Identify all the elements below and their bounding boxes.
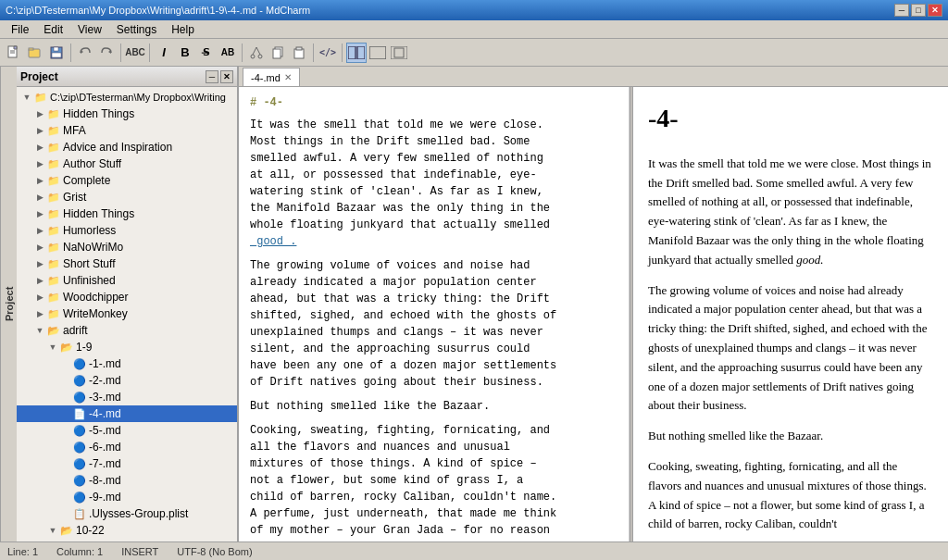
spacer [59, 507, 72, 520]
save-file-button[interactable] [46, 43, 67, 63]
tree-item-hidden-things[interactable]: ▶ 📁 Hidden Things [17, 106, 237, 122]
tree-item-f1[interactable]: 🔵 -1-.md [17, 355, 237, 372]
spacer [59, 391, 72, 404]
tree-item-10-22[interactable]: ▼ 📂 10-22 [17, 522, 237, 539]
file-icon: 🔵 [72, 423, 87, 438]
menu-edit[interactable]: Edit [36, 21, 70, 38]
folder-icon: 📁 [46, 306, 61, 321]
split-view-button[interactable] [346, 43, 367, 63]
spacer [59, 357, 72, 370]
bold-button[interactable]: B [175, 43, 195, 63]
svg-rect-6 [54, 47, 58, 51]
menu-file[interactable]: File [4, 21, 36, 38]
tree-item-grist[interactable]: ▶ 📁 Grist [17, 189, 237, 205]
folder-icon: 📁 [46, 173, 61, 188]
menu-settings[interactable]: Settings [109, 21, 164, 38]
tree-item-mfa[interactable]: ▶ 📁 MFA [17, 122, 237, 139]
code-button[interactable]: </> [318, 43, 338, 63]
file-icon: 🔵 [72, 356, 87, 371]
spellcheck-button[interactable]: ABC [125, 43, 145, 63]
editor-para3: But nothing smelled like the Bazaar. [250, 398, 617, 415]
tree-item-f6[interactable]: 🔵 -6-.md [17, 439, 237, 455]
arrow: ▼ [33, 324, 46, 337]
tab-4-md[interactable]: -4-.md ✕ [243, 68, 300, 86]
arrow: ▶ [33, 291, 46, 304]
new-file-button[interactable] [4, 43, 24, 63]
tree-item-advice[interactable]: ▶ 📁 Advice and Inspiration [17, 139, 237, 156]
project-tree[interactable]: ▼ 📁 C:\zip\DTesterman\My Dropbox\Writing… [17, 87, 237, 541]
tree-item-ulysses[interactable]: 📋 .Ulysses-Group.plist [17, 505, 237, 522]
tree-item-adrift[interactable]: ▼ 📂 adrift [17, 322, 237, 339]
svg-point-11 [258, 55, 262, 58]
menu-view[interactable]: View [70, 21, 109, 38]
spacer [59, 491, 72, 504]
tree-item-f10[interactable]: 🔵 -10-.md [17, 539, 237, 541]
tree-item-writemonkey[interactable]: ▶ 📁 WriteMonkey [17, 305, 237, 322]
tab-close-button[interactable]: ✕ [284, 72, 292, 82]
strikethrough-button[interactable]: S̶ [196, 43, 217, 63]
preview-para3: But nothing smelled like the Bazaar. [648, 427, 933, 446]
panel-controls[interactable]: ─ ✕ [206, 70, 233, 83]
tree-item-f5[interactable]: 🔵 -5-.md [17, 422, 237, 439]
project-panel-header: Project ─ ✕ [17, 67, 237, 87]
panel-close[interactable]: ✕ [220, 70, 233, 83]
tree-item-f4[interactable]: 📄 -4-.md [17, 405, 237, 422]
tree-item-f9[interactable]: 🔵 -9-.md [17, 489, 237, 505]
tree-label: Short Stuff [63, 257, 115, 270]
tree-label: Complete [63, 174, 110, 187]
cut-button[interactable] [246, 43, 267, 63]
tree-label: Woodchipper [63, 291, 129, 304]
svg-line-13 [256, 47, 260, 55]
tree-item-f8[interactable]: 🔵 -8-.md [17, 472, 237, 489]
paste-button[interactable] [289, 43, 309, 63]
svg-rect-22 [394, 48, 404, 57]
window-controls[interactable]: ─ □ ✕ [894, 4, 942, 17]
folder-icon: 📁 [46, 240, 61, 255]
file-icon: 🔵 [72, 540, 87, 541]
tree-item-short[interactable]: ▶ 📁 Short Stuff [17, 255, 237, 272]
folder-icon: 📁 [46, 273, 61, 288]
panel-minimize[interactable]: ─ [206, 70, 218, 83]
tree-item-f7[interactable]: 🔵 -7-.md [17, 455, 237, 472]
tree-item-1-9[interactable]: ▼ 📂 1-9 [17, 339, 237, 355]
file-icon: 📋 [72, 506, 87, 521]
minimize-button[interactable]: ─ [894, 4, 909, 17]
editor-para4: Cooking, sweating, fighting, fornicating… [250, 422, 617, 541]
folder-icon: 📁 [46, 140, 61, 155]
arrow: ▶ [33, 157, 46, 170]
tree-label: Unfinished [63, 274, 116, 287]
main-content: Project Project ─ ✕ ▼ 📁 C:\zip\DTesterma… [0, 67, 948, 541]
spacer [59, 441, 72, 454]
raw-editor[interactable]: # -4- It was the smell that told me we w… [239, 87, 630, 541]
svg-rect-15 [273, 49, 281, 58]
svg-rect-17 [296, 47, 302, 50]
preview-para1: It was the smell that told me we were cl… [648, 155, 933, 270]
preview-button[interactable] [368, 43, 388, 63]
editor-para2: The growing volume of voices and noise h… [250, 257, 617, 391]
menu-help[interactable]: Help [164, 21, 202, 38]
tree-item-author[interactable]: ▶ 📁 Author Stuff [17, 156, 237, 172]
file-icon: 🔵 [72, 490, 87, 504]
tree-item-unfinished[interactable]: ▶ 📁 Unfinished [17, 272, 237, 289]
editor-heading: # -4- [250, 94, 617, 111]
tree-item-woodchipper[interactable]: ▶ 📁 Woodchipper [17, 289, 237, 305]
redo-button[interactable] [96, 43, 117, 63]
tree-item-humorless[interactable]: ▶ 📁 Humorless [17, 222, 237, 239]
tree-item-f3[interactable]: 🔵 -3-.md [17, 389, 237, 405]
copy-button[interactable] [268, 43, 288, 63]
close-button[interactable]: ✕ [928, 4, 942, 17]
folder-icon: 📁 [46, 106, 61, 121]
title-text: C:\zip\DTesterman\My Dropbox\Writing\adr… [6, 5, 310, 16]
tree-item-complete[interactable]: ▶ 📁 Complete [17, 172, 237, 189]
undo-button[interactable] [75, 43, 95, 63]
tree-root[interactable]: ▼ 📁 C:\zip\DTesterman\My Dropbox\Writing [17, 89, 237, 106]
open-file-button[interactable] [25, 43, 45, 63]
fullscreen-button[interactable] [389, 43, 409, 63]
tree-item-hidden2[interactable]: ▶ 📁 Hidden Things [17, 205, 237, 222]
restore-button[interactable]: □ [911, 4, 926, 17]
tree-item-f2[interactable]: 🔵 -2-.md [17, 372, 237, 389]
file-icon: 🔵 [72, 473, 87, 488]
tree-item-nanowrimo[interactable]: ▶ 📁 NaNoWriMo [17, 239, 237, 255]
italic-button[interactable]: I [154, 43, 174, 63]
uppercase-button[interactable]: AB [218, 43, 238, 63]
